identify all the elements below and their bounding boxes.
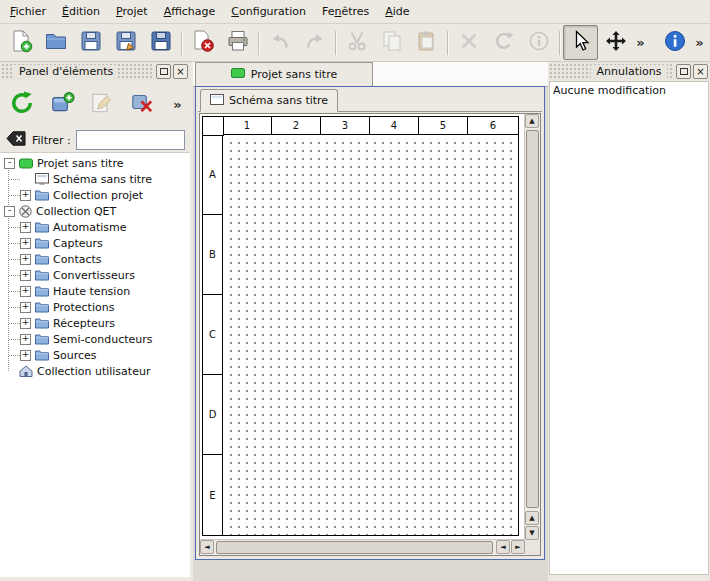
redo-button[interactable] — [297, 25, 332, 60]
dock-close-button[interactable]: × — [173, 64, 188, 79]
tree-item-convertisseurs[interactable]: +Convertisseurs — [0, 267, 190, 283]
expander-icon[interactable]: + — [20, 286, 31, 297]
tree-item-project[interactable]: -Projet sans titre — [0, 155, 190, 171]
diagram-tab[interactable]: Schéma sans titre — [200, 89, 338, 112]
tree-item-semi-conducteurs[interactable]: +Semi-conducteurs — [0, 331, 190, 347]
tree-item-haute-tension[interactable]: +Haute tension — [0, 283, 190, 299]
select-mode-button[interactable] — [563, 25, 598, 60]
save-all-button[interactable] — [143, 25, 178, 60]
reload-collections-button[interactable] — [5, 87, 39, 121]
tree-item-collection-projet[interactable]: +Collection projet — [0, 187, 190, 203]
expander-icon[interactable]: - — [4, 158, 15, 169]
folder-icon — [35, 221, 49, 233]
panel-toolbar-overflow-button[interactable]: » — [170, 97, 185, 112]
menu-fichier[interactable]: Fichier — [2, 2, 54, 21]
folder-icon — [35, 333, 49, 345]
tree-item-collection-utilisateur[interactable]: Collection utilisateur — [0, 363, 190, 379]
dock-float-button[interactable] — [156, 64, 171, 79]
edit-element-button[interactable] — [85, 87, 119, 121]
tree-item-label: Collection utilisateur — [37, 365, 150, 378]
down-arrow-icon: ▼ — [529, 529, 534, 537]
expander-icon[interactable]: + — [20, 302, 31, 313]
cut-button[interactable] — [339, 25, 374, 60]
menu-accel: A — [385, 5, 393, 18]
tree-item-sources[interactable]: +Sources — [0, 347, 190, 363]
horizontal-scroll-thumb[interactable] — [216, 541, 493, 554]
toolbar-overflow-button-2[interactable]: » — [692, 35, 707, 50]
close-file-button[interactable] — [185, 25, 220, 60]
elements-panel-titlebar[interactable]: Panel d'éléments × — [0, 62, 190, 80]
elements-panel-toolbar: » — [0, 82, 190, 126]
dot-grid[interactable] — [224, 136, 518, 535]
scroll-left-button-2[interactable]: ◄ — [496, 540, 510, 554]
column-header: 5 — [419, 117, 468, 135]
expander-icon[interactable]: + — [20, 222, 31, 233]
menu-edition[interactable]: Édition — [54, 2, 108, 21]
tree-item-collection-qet[interactable]: -Collection QET — [0, 203, 190, 219]
undo-button[interactable] — [262, 25, 297, 60]
delete-element-icon — [129, 90, 155, 119]
menu-aide[interactable]: Aide — [377, 2, 417, 21]
tree-item-capteurs[interactable]: +Capteurs — [0, 235, 190, 251]
undo-empty-message: Aucune modification — [553, 84, 666, 97]
scroll-left-button[interactable]: ◄ — [200, 540, 214, 554]
expander-icon[interactable]: + — [20, 318, 31, 329]
tree-item-protections[interactable]: +Protections — [0, 299, 190, 315]
diagram-tab-label: Schéma sans titre — [229, 94, 328, 107]
new-file-button[interactable] — [3, 25, 38, 60]
vertical-scrollbar[interactable]: ▲ ▲ ▼ — [524, 114, 540, 540]
expander-icon[interactable]: + — [20, 270, 31, 281]
rotate-button[interactable] — [486, 25, 521, 60]
tree-item-label: Schéma sans titre — [53, 173, 152, 186]
tree-item-automatisme[interactable]: +Automatisme — [0, 219, 190, 235]
menu-affichage[interactable]: Affichage — [156, 2, 224, 21]
up-arrow-icon: ▲ — [529, 514, 534, 522]
scroll-down-button[interactable]: ▼ — [525, 526, 539, 540]
undo-dock-titlebar[interactable]: Annulations × — [548, 62, 710, 80]
about-qet-button[interactable] — [657, 25, 692, 60]
tree-item-recepteurs[interactable]: +Récepteurs — [0, 315, 190, 331]
tree-item-diagram[interactable]: Schéma sans titre — [0, 171, 190, 187]
dock-float-button[interactable] — [676, 64, 691, 79]
pan-mode-button[interactable] — [598, 25, 633, 60]
scroll-up-button-2[interactable]: ▲ — [525, 511, 539, 525]
tree-item-label: Automatisme — [53, 221, 127, 234]
filter-input[interactable] — [76, 130, 185, 150]
scroll-up-button[interactable]: ▲ — [525, 114, 539, 128]
rotate-icon — [492, 29, 516, 56]
copy-button[interactable] — [374, 25, 409, 60]
menu-projet[interactable]: Projet — [108, 2, 156, 21]
expander-icon[interactable]: + — [20, 190, 31, 201]
scroll-right-button[interactable]: ► — [511, 540, 525, 554]
horizontal-scrollbar[interactable]: ◄ ◄ ► — [200, 539, 525, 555]
delete-button[interactable] — [451, 25, 486, 60]
diagram-canvas[interactable]: 1 2 3 4 5 6 A B C D E — [202, 116, 519, 536]
tree-item-contacts[interactable]: +Contacts — [0, 251, 190, 267]
menu-configuration[interactable]: Configuration — [223, 2, 314, 21]
print-button[interactable] — [220, 25, 255, 60]
home-icon — [19, 365, 33, 377]
dock-close-button[interactable]: × — [693, 64, 708, 79]
expander-icon[interactable]: - — [4, 206, 15, 217]
open-file-button[interactable] — [38, 25, 73, 60]
save-as-button[interactable] — [108, 25, 143, 60]
new-element-button[interactable] — [45, 87, 79, 121]
toolbar-overflow-button[interactable]: » — [633, 35, 648, 50]
menu-label: Fe — [322, 5, 335, 18]
paste-button[interactable] — [409, 25, 444, 60]
row-header: A — [203, 135, 223, 215]
delete-element-button[interactable] — [125, 87, 159, 121]
project-tab[interactable]: Projet sans titre — [195, 62, 373, 86]
diagram-info-button[interactable] — [521, 25, 556, 60]
clear-filter-button[interactable] — [5, 131, 27, 149]
row-header: E — [203, 455, 223, 535]
expander-icon[interactable]: + — [20, 334, 31, 345]
expander-icon[interactable]: + — [20, 238, 31, 249]
save-as-icon — [114, 29, 138, 56]
expander-icon[interactable]: + — [20, 350, 31, 361]
row-headers: A B C D E — [203, 135, 223, 535]
expander-icon[interactable]: + — [20, 254, 31, 265]
menu-fenetres[interactable]: Fenêtres — [314, 2, 377, 21]
vertical-scroll-thumb[interactable] — [526, 130, 539, 508]
save-button[interactable] — [73, 25, 108, 60]
